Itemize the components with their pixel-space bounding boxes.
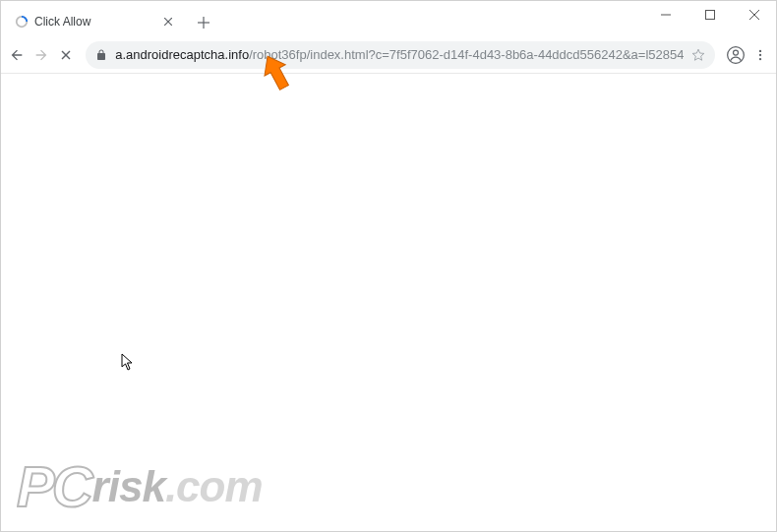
tab-close-button[interactable]: [160, 14, 176, 30]
browser-toolbar: a.androidrecaptcha.info/robot36fp/index.…: [1, 36, 776, 74]
svg-point-12: [733, 50, 738, 55]
bookmark-star-icon[interactable]: [691, 48, 705, 62]
loading-spinner-icon: [15, 15, 29, 29]
watermark-suffix: .com: [165, 462, 263, 511]
url-domain: a.androidrecaptcha.info: [115, 47, 249, 62]
stop-reload-button[interactable]: [56, 41, 77, 69]
window-controls: [643, 1, 776, 29]
profile-avatar-button[interactable]: [725, 41, 746, 69]
svg-point-15: [758, 57, 760, 59]
maximize-button[interactable]: [687, 1, 732, 29]
minimize-button[interactable]: [643, 1, 687, 29]
url-text: a.androidrecaptcha.info/robot36fp/index.…: [115, 47, 684, 62]
watermark-logo: PC risk .com: [17, 453, 263, 519]
url-path: /robot36fp/index.html?c=7f5f7062-d14f-4d…: [249, 47, 684, 62]
back-button[interactable]: [7, 41, 28, 69]
kebab-menu-button[interactable]: [749, 41, 770, 69]
tab-title: Click Allow: [34, 15, 154, 29]
browser-tab[interactable]: Click Allow: [7, 7, 184, 36]
svg-point-13: [758, 49, 760, 51]
new-tab-button[interactable]: [190, 9, 217, 36]
address-bar[interactable]: a.androidrecaptcha.info/robot36fp/index.…: [86, 41, 715, 69]
forward-button[interactable]: [31, 41, 52, 69]
watermark-main: risk: [92, 462, 165, 511]
svg-point-14: [758, 53, 760, 55]
close-window-button[interactable]: [732, 1, 776, 29]
lock-icon: [95, 49, 107, 61]
svg-rect-1: [705, 11, 714, 20]
tab-strip: Click Allow: [7, 7, 217, 36]
watermark-prefix: PC: [17, 453, 90, 519]
